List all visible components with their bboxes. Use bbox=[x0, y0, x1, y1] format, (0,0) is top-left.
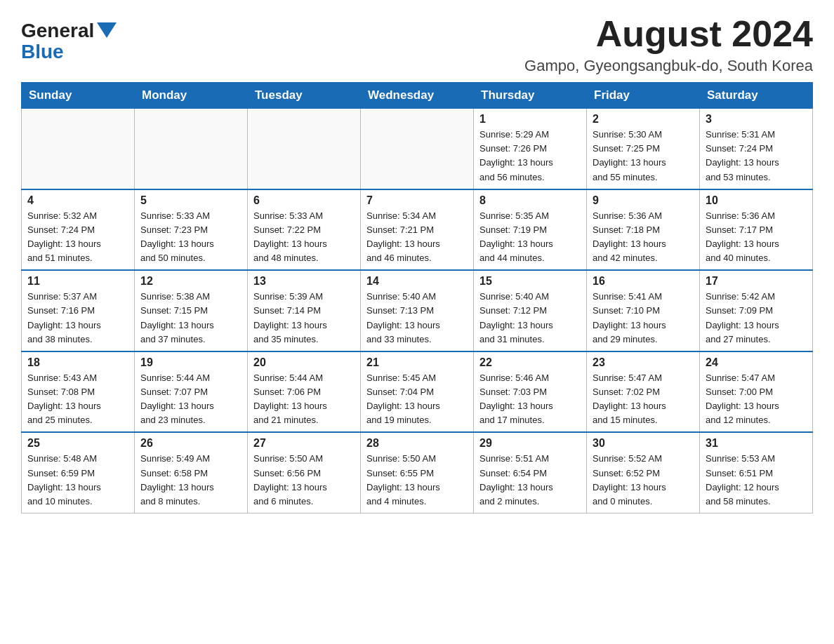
calendar-day-cell: 4Sunrise: 5:32 AMSunset: 7:24 PMDaylight… bbox=[22, 189, 135, 271]
day-info: Sunrise: 5:40 AMSunset: 7:12 PMDaylight:… bbox=[479, 290, 581, 347]
calendar-day-cell: 11Sunrise: 5:37 AMSunset: 7:16 PMDayligh… bbox=[22, 270, 135, 351]
calendar-day-cell: 18Sunrise: 5:43 AMSunset: 7:08 PMDayligh… bbox=[22, 351, 135, 433]
calendar-day-cell: 9Sunrise: 5:36 AMSunset: 7:18 PMDaylight… bbox=[587, 189, 700, 271]
day-number: 19 bbox=[140, 356, 241, 369]
day-number: 16 bbox=[593, 275, 694, 288]
day-info: Sunrise: 5:33 AMSunset: 7:22 PMDaylight:… bbox=[253, 209, 355, 266]
day-number: 5 bbox=[140, 194, 241, 207]
calendar-day-cell: 21Sunrise: 5:45 AMSunset: 7:04 PMDayligh… bbox=[361, 351, 474, 433]
calendar-day-cell: 3Sunrise: 5:31 AMSunset: 7:24 PMDaylight… bbox=[700, 109, 813, 189]
calendar-week-row: 1Sunrise: 5:29 AMSunset: 7:26 PMDaylight… bbox=[22, 109, 813, 189]
day-number: 13 bbox=[253, 275, 355, 288]
day-info: Sunrise: 5:50 AMSunset: 6:56 PMDaylight:… bbox=[253, 452, 355, 509]
calendar-day-cell: 28Sunrise: 5:50 AMSunset: 6:55 PMDayligh… bbox=[361, 432, 474, 513]
day-number: 22 bbox=[479, 356, 581, 369]
calendar-header-thursday: Thursday bbox=[474, 83, 587, 109]
day-info: Sunrise: 5:53 AMSunset: 6:51 PMDaylight:… bbox=[706, 452, 807, 509]
calendar-day-cell: 12Sunrise: 5:38 AMSunset: 7:15 PMDayligh… bbox=[135, 270, 248, 351]
logo-triangle-icon bbox=[97, 22, 117, 38]
calendar-day-cell bbox=[135, 109, 248, 189]
logo-blue: Blue bbox=[21, 41, 64, 63]
day-info: Sunrise: 5:47 AMSunset: 7:02 PMDaylight:… bbox=[593, 371, 694, 428]
day-info: Sunrise: 5:52 AMSunset: 6:52 PMDaylight:… bbox=[593, 452, 694, 509]
logo: General Blue bbox=[21, 21, 117, 63]
day-number: 6 bbox=[253, 194, 355, 207]
calendar-day-cell: 16Sunrise: 5:41 AMSunset: 7:10 PMDayligh… bbox=[587, 270, 700, 351]
calendar-day-cell bbox=[361, 109, 474, 189]
day-number: 17 bbox=[706, 275, 807, 288]
day-info: Sunrise: 5:38 AMSunset: 7:15 PMDaylight:… bbox=[140, 290, 241, 347]
page-header: General Blue August 2024 Gampo, Gyeongsa… bbox=[21, 14, 813, 75]
day-number: 1 bbox=[479, 113, 581, 126]
day-number: 24 bbox=[706, 356, 807, 369]
day-number: 7 bbox=[366, 194, 468, 207]
day-info: Sunrise: 5:49 AMSunset: 6:58 PMDaylight:… bbox=[140, 452, 241, 509]
calendar-day-cell: 24Sunrise: 5:47 AMSunset: 7:00 PMDayligh… bbox=[700, 351, 813, 433]
calendar-day-cell: 20Sunrise: 5:44 AMSunset: 7:06 PMDayligh… bbox=[248, 351, 361, 433]
calendar-header-sunday: Sunday bbox=[22, 83, 135, 109]
day-number: 25 bbox=[27, 437, 128, 450]
calendar-week-row: 11Sunrise: 5:37 AMSunset: 7:16 PMDayligh… bbox=[22, 270, 813, 351]
location: Gampo, Gyeongsangbuk-do, South Korea bbox=[524, 57, 813, 75]
calendar-day-cell: 13Sunrise: 5:39 AMSunset: 7:14 PMDayligh… bbox=[248, 270, 361, 351]
calendar-day-cell: 25Sunrise: 5:48 AMSunset: 6:59 PMDayligh… bbox=[22, 432, 135, 513]
day-info: Sunrise: 5:50 AMSunset: 6:55 PMDaylight:… bbox=[366, 452, 468, 509]
calendar-table: SundayMondayTuesdayWednesdayThursdayFrid… bbox=[21, 82, 813, 514]
calendar-day-cell: 27Sunrise: 5:50 AMSunset: 6:56 PMDayligh… bbox=[248, 432, 361, 513]
calendar-week-row: 25Sunrise: 5:48 AMSunset: 6:59 PMDayligh… bbox=[22, 432, 813, 513]
calendar-header-monday: Monday bbox=[135, 83, 248, 109]
day-info: Sunrise: 5:37 AMSunset: 7:16 PMDaylight:… bbox=[27, 290, 128, 347]
calendar-day-cell: 26Sunrise: 5:49 AMSunset: 6:58 PMDayligh… bbox=[135, 432, 248, 513]
calendar-day-cell: 15Sunrise: 5:40 AMSunset: 7:12 PMDayligh… bbox=[474, 270, 587, 351]
day-number: 20 bbox=[253, 356, 355, 369]
day-number: 27 bbox=[253, 437, 355, 450]
day-number: 8 bbox=[479, 194, 581, 207]
day-info: Sunrise: 5:42 AMSunset: 7:09 PMDaylight:… bbox=[706, 290, 807, 347]
calendar-header-friday: Friday bbox=[587, 83, 700, 109]
day-info: Sunrise: 5:30 AMSunset: 7:25 PMDaylight:… bbox=[593, 128, 694, 185]
calendar-week-row: 18Sunrise: 5:43 AMSunset: 7:08 PMDayligh… bbox=[22, 351, 813, 433]
calendar-day-cell: 17Sunrise: 5:42 AMSunset: 7:09 PMDayligh… bbox=[700, 270, 813, 351]
title-area: August 2024 Gampo, Gyeongsangbuk-do, Sou… bbox=[524, 14, 813, 75]
day-number: 18 bbox=[27, 356, 128, 369]
calendar-day-cell: 23Sunrise: 5:47 AMSunset: 7:02 PMDayligh… bbox=[587, 351, 700, 433]
day-number: 9 bbox=[593, 194, 694, 207]
day-info: Sunrise: 5:41 AMSunset: 7:10 PMDaylight:… bbox=[593, 290, 694, 347]
day-number: 12 bbox=[140, 275, 241, 288]
calendar-day-cell: 19Sunrise: 5:44 AMSunset: 7:07 PMDayligh… bbox=[135, 351, 248, 433]
day-info: Sunrise: 5:44 AMSunset: 7:07 PMDaylight:… bbox=[140, 371, 241, 428]
calendar-day-cell: 10Sunrise: 5:36 AMSunset: 7:17 PMDayligh… bbox=[700, 189, 813, 271]
day-info: Sunrise: 5:44 AMSunset: 7:06 PMDaylight:… bbox=[253, 371, 355, 428]
calendar-week-row: 4Sunrise: 5:32 AMSunset: 7:24 PMDaylight… bbox=[22, 189, 813, 271]
calendar-day-cell bbox=[248, 109, 361, 189]
day-number: 15 bbox=[479, 275, 581, 288]
calendar-day-cell: 30Sunrise: 5:52 AMSunset: 6:52 PMDayligh… bbox=[587, 432, 700, 513]
day-number: 29 bbox=[479, 437, 581, 450]
day-number: 14 bbox=[366, 275, 468, 288]
calendar-header-wednesday: Wednesday bbox=[361, 83, 474, 109]
day-info: Sunrise: 5:40 AMSunset: 7:13 PMDaylight:… bbox=[366, 290, 468, 347]
day-info: Sunrise: 5:39 AMSunset: 7:14 PMDaylight:… bbox=[253, 290, 355, 347]
day-number: 26 bbox=[140, 437, 241, 450]
day-info: Sunrise: 5:35 AMSunset: 7:19 PMDaylight:… bbox=[479, 209, 581, 266]
calendar-day-cell bbox=[22, 109, 135, 189]
day-number: 10 bbox=[706, 194, 807, 207]
day-number: 31 bbox=[706, 437, 807, 450]
day-info: Sunrise: 5:47 AMSunset: 7:00 PMDaylight:… bbox=[706, 371, 807, 428]
month-title: August 2024 bbox=[524, 14, 813, 54]
calendar-day-cell: 6Sunrise: 5:33 AMSunset: 7:22 PMDaylight… bbox=[248, 189, 361, 271]
day-info: Sunrise: 5:29 AMSunset: 7:26 PMDaylight:… bbox=[479, 128, 581, 185]
day-info: Sunrise: 5:31 AMSunset: 7:24 PMDaylight:… bbox=[706, 128, 807, 185]
day-number: 3 bbox=[706, 113, 807, 126]
day-number: 2 bbox=[593, 113, 694, 126]
calendar-day-cell: 2Sunrise: 5:30 AMSunset: 7:25 PMDaylight… bbox=[587, 109, 700, 189]
day-number: 28 bbox=[366, 437, 468, 450]
calendar-day-cell: 5Sunrise: 5:33 AMSunset: 7:23 PMDaylight… bbox=[135, 189, 248, 271]
calendar-day-cell: 8Sunrise: 5:35 AMSunset: 7:19 PMDaylight… bbox=[474, 189, 587, 271]
day-number: 21 bbox=[366, 356, 468, 369]
day-info: Sunrise: 5:32 AMSunset: 7:24 PMDaylight:… bbox=[27, 209, 128, 266]
day-info: Sunrise: 5:33 AMSunset: 7:23 PMDaylight:… bbox=[140, 209, 241, 266]
calendar-day-cell: 1Sunrise: 5:29 AMSunset: 7:26 PMDaylight… bbox=[474, 109, 587, 189]
logo-general: General bbox=[21, 21, 94, 41]
calendar-day-cell: 7Sunrise: 5:34 AMSunset: 7:21 PMDaylight… bbox=[361, 189, 474, 271]
